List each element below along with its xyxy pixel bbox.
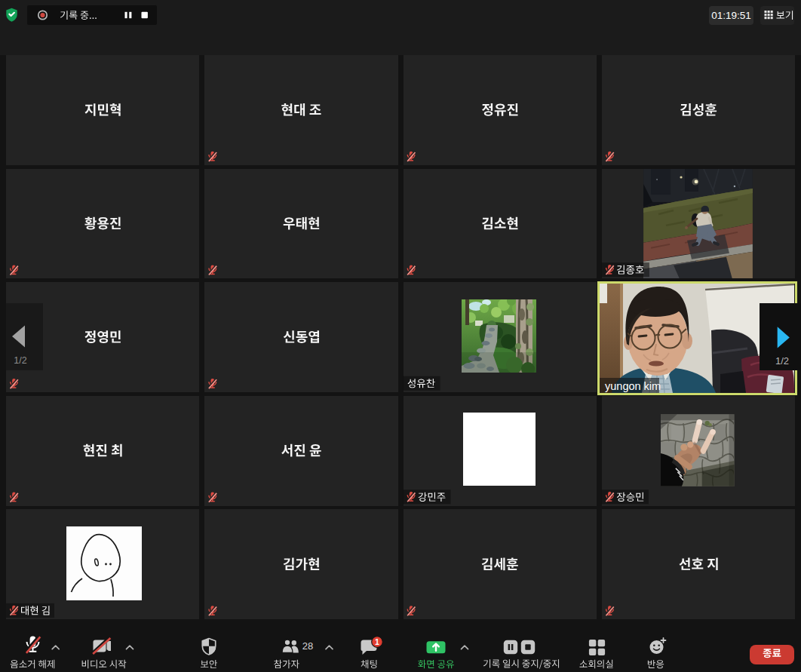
- svg-text:yungon kim: yungon kim: [605, 379, 661, 391]
- svg-text:1: 1: [375, 637, 379, 646]
- svg-text:28: 28: [302, 640, 313, 652]
